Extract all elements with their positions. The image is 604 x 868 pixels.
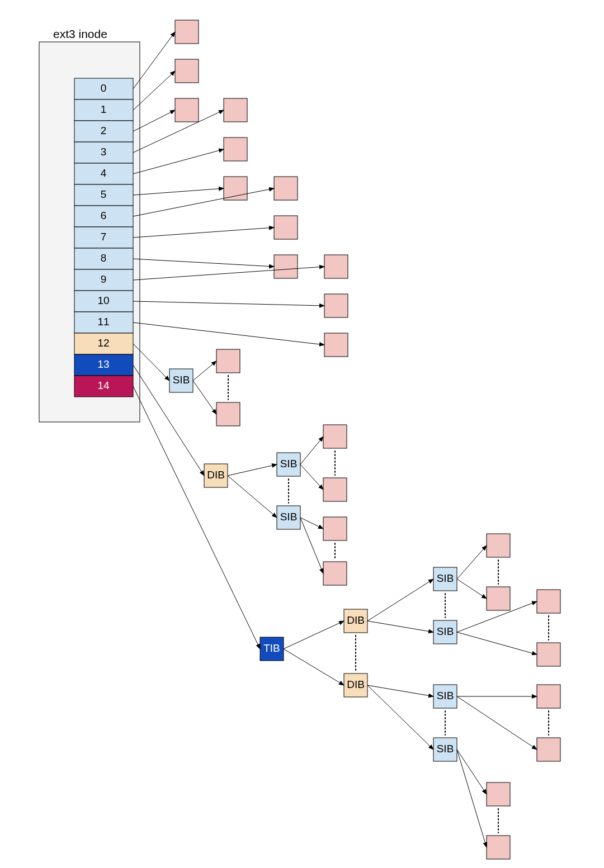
svg-line-87 [284, 649, 344, 685]
svg-line-62 [300, 518, 323, 573]
svg-text:SIB: SIB [280, 458, 298, 469]
svg-line-66 [284, 621, 344, 649]
svg-line-95 [457, 696, 537, 750]
svg-line-103 [457, 750, 487, 794]
double-indirect-group: DIB SIB SIB [133, 365, 347, 585]
svg-line-104 [457, 750, 487, 847]
svg-rect-24 [324, 255, 348, 278]
ptr-11: 11 [97, 316, 109, 328]
svg-line-72 [367, 579, 433, 621]
svg-rect-40 [216, 402, 240, 426]
ptr-0: 0 [101, 82, 107, 94]
ptr-1: 1 [101, 103, 107, 115]
tib-label: TIB [263, 642, 280, 654]
ptr-9: 9 [101, 273, 107, 285]
svg-text:SIB: SIB [437, 743, 454, 755]
svg-text:SIB: SIB [437, 690, 454, 701]
svg-rect-100 [487, 836, 510, 859]
svg-line-74 [457, 579, 487, 599]
svg-text:DIB: DIB [347, 614, 365, 626]
svg-text:SIB: SIB [280, 511, 298, 523]
ptr-5: 5 [101, 188, 107, 200]
triple-indirect-group: TIB DIB SIB SIB DIB SIB [133, 386, 560, 859]
svg-rect-90 [537, 685, 560, 708]
ptr-12: 12 [97, 337, 109, 349]
svg-rect-99 [487, 782, 510, 806]
svg-line-34 [133, 227, 274, 238]
svg-line-73 [457, 546, 487, 579]
diagram-title: ext3 inode [53, 27, 107, 40]
svg-rect-17 [175, 98, 199, 122]
svg-line-37 [133, 301, 324, 306]
svg-line-61 [300, 518, 323, 529]
svg-rect-18 [224, 98, 247, 122]
svg-line-83 [457, 632, 537, 654]
svg-rect-19 [224, 137, 247, 161]
svg-rect-26 [324, 333, 348, 357]
svg-rect-58 [323, 562, 347, 585]
sib-label: SIB [173, 374, 190, 386]
svg-line-81 [367, 621, 433, 632]
svg-rect-48 [323, 425, 347, 448]
svg-line-38 [133, 322, 324, 345]
ptr-6: 6 [101, 210, 107, 221]
svg-rect-23 [274, 255, 298, 278]
svg-line-60 [228, 476, 277, 518]
svg-line-52 [300, 437, 323, 464]
svg-text:DIB: DIB [347, 679, 365, 690]
ptr-14: 14 [97, 380, 110, 391]
svg-rect-69 [487, 534, 510, 557]
ptr-3: 3 [101, 146, 107, 158]
svg-text:SIB: SIB [437, 572, 454, 584]
svg-rect-57 [323, 517, 347, 540]
svg-line-63 [133, 386, 260, 649]
svg-rect-79 [537, 643, 560, 666]
svg-rect-70 [487, 587, 510, 610]
single-indirect-group: SIB [133, 344, 240, 426]
svg-rect-22 [274, 216, 298, 239]
direct-data-blocks [175, 20, 348, 357]
svg-rect-25 [324, 294, 348, 317]
svg-rect-20 [224, 177, 247, 200]
svg-line-35 [133, 259, 274, 267]
svg-line-32 [133, 188, 224, 195]
svg-rect-16 [175, 59, 199, 83]
svg-rect-15 [175, 20, 199, 44]
svg-rect-21 [274, 177, 298, 200]
svg-line-53 [300, 464, 323, 490]
svg-line-51 [228, 464, 277, 476]
dib-label: DIB [207, 469, 225, 481]
svg-text:SIB: SIB [437, 625, 454, 637]
svg-line-33 [133, 188, 274, 216]
ptr-7: 7 [101, 231, 107, 243]
svg-line-44 [193, 381, 216, 414]
ptr-8: 8 [101, 252, 107, 264]
ptr-4: 4 [101, 167, 107, 179]
ptr-13: 13 [97, 358, 109, 370]
svg-line-31 [133, 149, 224, 174]
ptr-10: 10 [97, 295, 109, 306]
svg-rect-49 [323, 478, 347, 501]
svg-rect-39 [216, 349, 240, 373]
svg-line-43 [193, 361, 216, 381]
ptr-2: 2 [101, 125, 107, 136]
svg-rect-78 [537, 590, 560, 613]
svg-rect-91 [537, 738, 560, 761]
pointer-table: 0 1 2 3 4 5 6 7 8 9 10 11 12 13 14 [74, 78, 133, 397]
